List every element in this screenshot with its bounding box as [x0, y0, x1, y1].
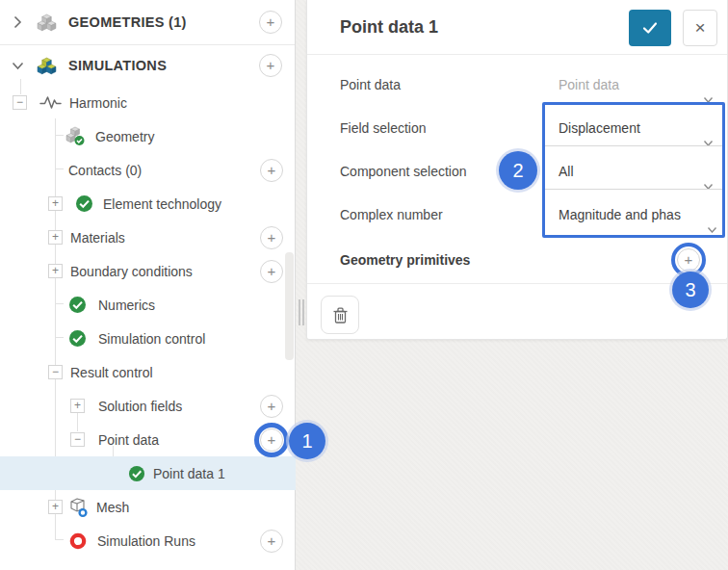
tree-item-solution-fields[interactable]: + Solution fields +: [0, 389, 296, 423]
field-label: Complex number: [340, 194, 443, 237]
tree-item-simulation-control[interactable]: Simulation control: [0, 322, 296, 355]
simulation-tree-panel: GEOMETRIES (1) + SIMULATION: [0, 0, 296, 570]
geometry-primitives-label: Geometry primitives: [340, 237, 470, 283]
tree-item-point-data[interactable]: − Point data +: [0, 423, 296, 456]
add-contact-button[interactable]: +: [260, 159, 283, 182]
form-row-complex-number: Complex number Magnitude and phas: [307, 194, 727, 237]
tree-item-simulations[interactable]: SIMULATIONS +: [0, 45, 295, 86]
dropdown-value: All: [559, 164, 574, 179]
callout-badge-3: 3: [672, 272, 709, 308]
tree-item-point-data-1[interactable]: Point data 1: [0, 456, 296, 490]
tree-item-result-control[interactable]: − Result control: [0, 355, 296, 389]
check-circle-icon: [68, 296, 87, 314]
tree-item-label: Geometry: [95, 129, 154, 144]
tree-item-label: Materials: [70, 230, 125, 246]
tree-item-label: Point data: [98, 432, 159, 448]
dropdown-value: Displacement: [559, 120, 640, 136]
tree-item-contacts[interactable]: Contacts (0) +: [0, 153, 296, 187]
tree-item-element-technology[interactable]: + Element technology: [0, 187, 296, 220]
collapse-icon[interactable]: −: [70, 432, 85, 447]
panel-header: Point data 1 ×: [307, 0, 727, 55]
expand-icon[interactable]: +: [48, 264, 63, 278]
callout-badge-1: 1: [289, 423, 325, 459]
geometries-label: GEOMETRIES (1): [68, 14, 187, 30]
scrollbar-thumb[interactable]: [285, 252, 294, 360]
check-circle-icon: [75, 194, 93, 213]
add-geometry-button[interactable]: +: [259, 11, 282, 34]
field-label: Point data: [340, 64, 401, 107]
tree-item-label: Boundary conditions: [70, 264, 193, 279]
tree-item-geometry[interactable]: Geometry: [0, 119, 296, 153]
panel-resize-handle[interactable]: [299, 299, 300, 325]
add-simulation-button[interactable]: +: [259, 54, 282, 77]
simulations-cubes-icon: [37, 57, 57, 75]
tree-item-label: Simulation control: [98, 331, 205, 347]
chevron-down-icon: [703, 82, 714, 103]
collapse-icon[interactable]: −: [48, 365, 63, 379]
collapse-icon[interactable]: −: [13, 95, 27, 110]
add-point-data-button[interactable]: +: [260, 428, 283, 452]
simulations-label: SIMULATIONS: [68, 58, 167, 73]
expand-icon[interactable]: +: [48, 230, 63, 245]
panel-footer: [307, 283, 727, 340]
check-icon: [641, 20, 659, 36]
tree-item-geometries[interactable]: GEOMETRIES (1) +: [0, 0, 295, 45]
confirm-button[interactable]: [629, 10, 671, 46]
field-label: Component selection: [340, 150, 467, 194]
complex-number-dropdown[interactable]: Magnitude and phas: [545, 197, 723, 233]
add-material-button[interactable]: +: [260, 226, 283, 249]
tree-item-numerics[interactable]: Numerics: [0, 288, 296, 322]
chevron-down-icon: [703, 168, 714, 190]
field-selection-dropdown[interactable]: Displacement: [545, 111, 723, 146]
check-circle-icon: [68, 329, 87, 348]
expand-icon[interactable]: +: [70, 399, 85, 413]
tree-item-label: Simulation Runs: [97, 533, 195, 549]
form-row-geometry-primitives: Geometry primitives +: [307, 237, 727, 283]
tree-item-materials[interactable]: + Materials +: [0, 220, 296, 254]
close-button[interactable]: ×: [683, 10, 717, 46]
tree-item-label: Harmonic: [69, 95, 127, 111]
add-solution-field-button[interactable]: +: [260, 395, 283, 418]
tree-item-label: Element technology: [103, 196, 221, 212]
tree-item-label: Mesh: [96, 500, 129, 515]
expand-icon[interactable]: +: [48, 196, 63, 211]
tree-item-boundary-conditions[interactable]: + Boundary conditions +: [0, 254, 296, 288]
check-circle-icon: [128, 465, 145, 482]
tree-item-label: Contacts (0): [68, 163, 142, 178]
callout-badge-2: 2: [499, 151, 537, 190]
callout-ring-1: [254, 423, 289, 457]
chevron-down-icon: [707, 212, 717, 233]
tree-item-harmonic[interactable]: − Harmonic: [0, 86, 296, 119]
trash-icon: [332, 306, 349, 324]
tree-item-mesh[interactable]: + Mesh: [0, 490, 296, 524]
geometry-cubes-check-icon: [65, 126, 87, 146]
tree-item-label: Solution fields: [98, 399, 182, 414]
harmonic-wave-icon: [39, 94, 62, 111]
component-selection-dropdown[interactable]: All: [545, 154, 723, 190]
dropdown-value: Point data: [559, 77, 619, 92]
point-data-dropdown[interactable]: Point data: [545, 67, 723, 103]
chevron-down-icon: [703, 125, 714, 146]
add-simulation-run-button[interactable]: +: [260, 530, 283, 553]
field-label: Field selection: [340, 107, 427, 150]
chevron-down-icon[interactable]: [10, 62, 25, 70]
expand-icon[interactable]: +: [48, 500, 63, 514]
tree-item-simulation-runs[interactable]: Simulation Runs +: [0, 524, 296, 557]
add-geometry-primitive-button[interactable]: +: [677, 248, 700, 272]
chevron-right-icon[interactable]: [10, 15, 25, 29]
panel-resize-handle[interactable]: [302, 299, 304, 325]
simulation-runs-icon: [69, 532, 87, 550]
form-row-field-selection: Field selection Displacement: [307, 107, 727, 150]
delete-button[interactable]: [321, 296, 359, 334]
simulation-tree: − Harmonic Geometry: [0, 86, 296, 557]
add-boundary-condition-button[interactable]: +: [260, 260, 283, 283]
tree-item-label: Result control: [70, 365, 153, 380]
dropdown-value: Magnitude and phas: [559, 207, 681, 222]
form-row-point-data: Point data Point data: [307, 64, 727, 107]
geometry-cubes-icon: [37, 13, 57, 32]
tree-item-label: Numerics: [98, 298, 155, 313]
mesh-icon: [68, 497, 90, 518]
tree-item-label: Point data 1: [153, 466, 225, 481]
panel-title: Point data 1: [340, 17, 438, 38]
